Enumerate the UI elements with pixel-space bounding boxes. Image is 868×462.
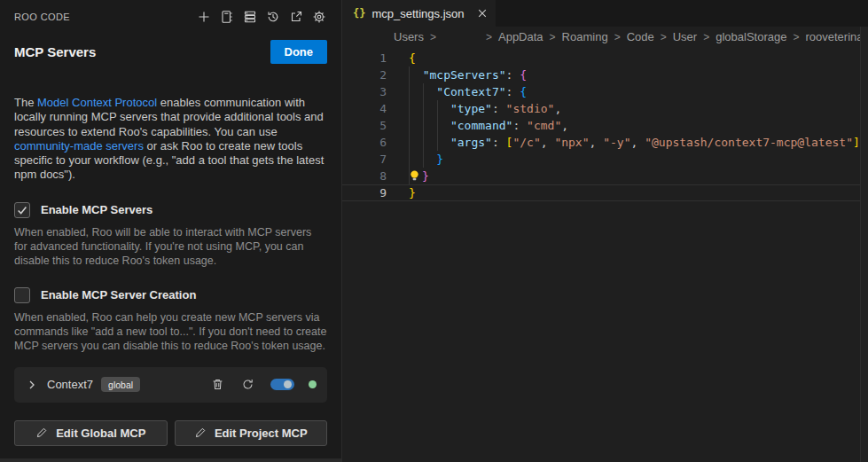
panel-header-icons [195,8,327,25]
community-made-servers-link[interactable]: community-made servers [14,139,144,153]
toggle-knob [284,380,292,388]
editor-group: {} mcp_settings.json Users>>AppData>Roam… [341,0,868,462]
mcp-edit-buttons: Edit Global MCP Edit Project MCP [14,420,327,446]
breadcrumb-separator: > [703,31,709,43]
line-number: 8 [342,168,387,184]
pencil-icon [35,427,48,439]
code-line-content: } [409,184,416,201]
code-line-content: } [409,168,429,184]
code-line-content: "type": "stdio", [409,100,561,117]
code-line[interactable]: 4 "type": "stdio", [342,100,868,117]
edit-global-mcp-button[interactable]: Edit Global MCP [14,420,168,446]
panel-horizontal-scrollbar[interactable] [0,458,341,462]
tab-mcp-settings-json[interactable]: {} mcp_settings.json [342,0,496,27]
breadcrumb-separator: > [486,31,492,43]
enable-mcp-server-creation-setting: Enable MCP Server Creation When enabled,… [14,287,327,354]
line-number: 6 [342,134,387,151]
server-name: Context7 [47,378,93,391]
chevron-right-icon[interactable] [25,378,39,392]
server-status-dot [309,380,317,388]
line-number: 4 [342,100,387,117]
delete-server-icon[interactable] [208,376,226,394]
line-number: 5 [342,117,387,134]
server-enabled-toggle[interactable] [270,379,294,390]
code-line[interactable]: 2 "mcpServers": { [342,67,868,83]
breadcrumb-item[interactable]: Users [394,30,424,43]
code-editor[interactable]: 1{2 "mcpServers": {3 "Context7": {4 "typ… [342,47,868,201]
open-external-icon[interactable] [287,8,304,25]
breadcrumb-item[interactable]: globalStorage [716,30,786,43]
code-line-content: "mcpServers": { [409,67,527,83]
enable-mcp-servers-label: Enable MCP Servers [41,203,152,216]
edit-global-mcp-label: Edit Global MCP [56,427,145,440]
breadcrumb-item[interactable]: AppData [498,30,543,43]
code-line[interactable]: 7 } [342,151,868,168]
line-number: 7 [342,151,387,168]
enable-mcp-servers-checkbox[interactable] [14,202,30,218]
breadcrumb-separator: > [661,31,667,43]
code-line[interactable]: 5 "command": "cmd", [342,117,868,134]
intro-paragraph: The Model Context Protocol enables commu… [14,96,327,183]
breadcrumb: Users>>AppData>Roaming>Code>User>globalS… [342,27,868,47]
code-lines: 1{2 "mcpServers": {3 "Context7": {4 "typ… [342,50,868,201]
pencil-icon [194,427,207,439]
code-line-content: } [409,151,443,168]
vscode-window: ROO CODE [0,0,868,462]
enable-mcp-server-creation-checkbox[interactable] [14,287,30,303]
enable-mcp-server-creation-description: When enabled, Roo can help you create ne… [14,310,327,354]
intro-text: The [14,96,37,109]
line-number: 3 [342,83,387,100]
breadcrumb-separator: > [550,31,556,43]
enable-mcp-servers-description: When enabled, Roo will be able to intera… [14,225,327,269]
json-file-icon: {} [353,7,365,20]
code-line[interactable]: 3 "Context7": { [342,83,868,100]
code-line-content: "command": "cmd", [409,117,568,134]
edit-project-mcp-button[interactable]: Edit Project MCP [175,420,328,446]
history-icon[interactable] [264,8,281,25]
checkmark-icon [16,204,28,216]
plus-icon[interactable] [195,8,212,25]
code-line-content: "args": ["/c", "npx", "-y", "@upstash/co… [409,134,860,151]
breadcrumb-item[interactable]: rooveterinaryinc.roo-cli [805,30,868,43]
mcp-servers-icon[interactable] [241,8,258,25]
line-number: 1 [342,50,387,67]
settings-gear-icon[interactable] [310,8,327,25]
quick-fix-lightbulb-icon[interactable] [409,169,420,183]
line-number: 9 [342,184,387,201]
panel-header: ROO CODE [14,0,327,25]
breadcrumb-separator: > [614,31,621,43]
page-head: MCP Servers Done [14,40,327,64]
breadcrumb-item[interactable]: Roaming [562,30,608,43]
code-line-content: { [409,50,416,67]
roo-code-brand: ROO CODE [14,12,70,22]
restart-server-icon[interactable] [239,376,256,394]
breadcrumb-separator: > [430,31,436,43]
mcp-server-row: Context7 global [14,367,327,403]
breadcrumb-item[interactable]: User [673,30,697,43]
tab-filename: mcp_settings.json [371,7,464,20]
code-line[interactable]: 1{ [342,50,868,67]
tab-close-icon[interactable] [478,9,487,18]
edit-project-mcp-label: Edit Project MCP [215,427,308,440]
done-button[interactable]: Done [270,40,328,64]
enable-mcp-server-creation-label: Enable MCP Server Creation [41,288,196,301]
server-scope-badge: global [101,377,140,392]
code-line[interactable]: 9} [342,184,868,201]
breadcrumb-item[interactable]: Code [627,30,654,43]
model-context-protocol-link[interactable]: Model Context Protocol [37,96,157,109]
code-line[interactable]: 8 } [342,168,868,184]
line-number: 2 [342,67,387,83]
editor-tab-bar: {} mcp_settings.json [342,0,868,27]
code-line[interactable]: 6 "args": ["/c", "npx", "-y", "@upstash/… [342,134,868,151]
editor-scrollbar[interactable] [860,27,868,462]
notebook-icon[interactable] [218,8,235,25]
enable-mcp-servers-setting: Enable MCP Servers When enabled, Roo wil… [14,202,327,269]
roo-mcp-panel: ROO CODE [0,0,341,462]
breadcrumb-separator: > [793,31,799,43]
code-line-content: "Context7": { [409,83,527,100]
page-title: MCP Servers [14,44,96,59]
